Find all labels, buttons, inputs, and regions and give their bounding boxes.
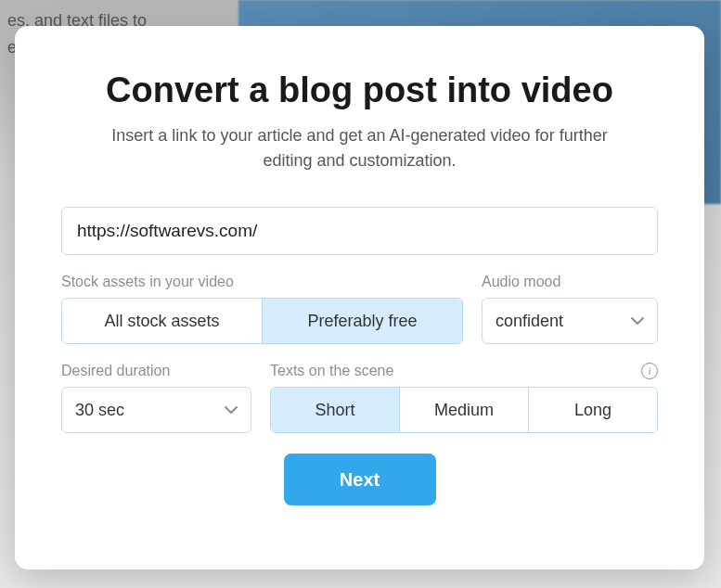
duration-field: Desired duration 30 sec <box>61 363 251 433</box>
texts-scene-segmented: Short Medium Long <box>270 387 658 433</box>
audio-mood-field: Audio mood confident <box>482 274 658 344</box>
texts-option-long[interactable]: Long <box>529 388 657 432</box>
audio-mood-value: confident <box>496 312 563 331</box>
stock-assets-label: Stock assets in your video <box>61 274 463 290</box>
stock-assets-field: Stock assets in your video All stock ass… <box>61 274 463 344</box>
audio-mood-label: Audio mood <box>482 274 658 290</box>
texts-option-short[interactable]: Short <box>271 388 400 432</box>
stock-option-all[interactable]: All stock assets <box>62 299 263 343</box>
duration-label: Desired duration <box>61 363 251 379</box>
duration-select[interactable]: 30 sec <box>61 387 251 433</box>
info-icon[interactable]: i <box>641 363 658 379</box>
stock-assets-segmented: All stock assets Preferably free <box>61 298 463 344</box>
stock-option-free[interactable]: Preferably free <box>263 299 462 343</box>
next-button[interactable]: Next <box>284 454 436 505</box>
duration-value: 30 sec <box>75 401 124 420</box>
chevron-down-icon <box>225 403 238 416</box>
modal-title: Convert a blog post into video <box>61 70 658 110</box>
article-url-input[interactable] <box>61 207 658 255</box>
texts-scene-label: Texts on the scene <box>270 363 393 379</box>
convert-blog-modal: Convert a blog post into video Insert a … <box>15 26 704 569</box>
audio-mood-select[interactable]: confident <box>482 298 658 344</box>
texts-option-medium[interactable]: Medium <box>400 388 529 432</box>
chevron-down-icon <box>631 314 644 327</box>
texts-scene-field: Texts on the scene i Short Medium Long <box>270 363 658 433</box>
modal-subtitle: Insert a link to your article and get an… <box>61 123 658 173</box>
